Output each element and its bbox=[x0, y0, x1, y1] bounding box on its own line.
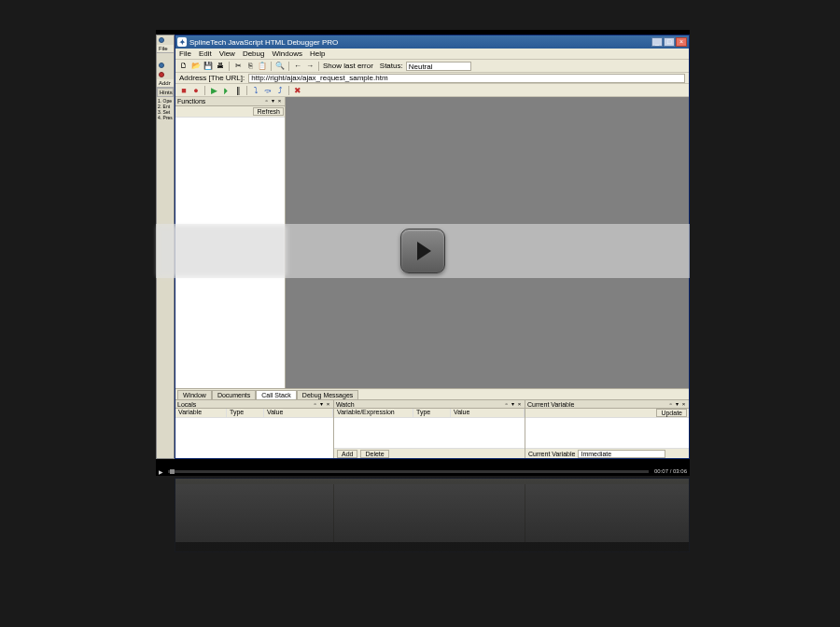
separator bbox=[229, 62, 230, 71]
current-variable-label: Current Variable bbox=[528, 451, 575, 457]
col-expression[interactable]: Variable/Expression bbox=[334, 409, 413, 417]
col-type[interactable]: Type bbox=[413, 409, 451, 417]
separator bbox=[288, 62, 289, 71]
dropdown-icon[interactable]: ▾ bbox=[270, 98, 276, 104]
menu-view[interactable]: View bbox=[219, 49, 235, 58]
print-icon[interactable]: 🖶 bbox=[216, 62, 225, 71]
col-value[interactable]: Value bbox=[451, 409, 525, 417]
functions-title: Functions bbox=[177, 98, 205, 104]
step-into-icon[interactable]: ⤵ bbox=[251, 86, 260, 95]
maximize-button[interactable]: □ bbox=[664, 37, 675, 47]
paste-icon[interactable]: 📋 bbox=[258, 62, 267, 71]
dot-icon bbox=[159, 63, 164, 68]
copy-icon[interactable]: ⎘ bbox=[245, 62, 255, 71]
delete-button[interactable]: Delete bbox=[360, 450, 388, 458]
show-last-error-link[interactable]: Show last error bbox=[323, 62, 373, 70]
watch-columns: Variable/Expression Type Value bbox=[334, 409, 525, 418]
close-button[interactable]: × bbox=[676, 37, 687, 47]
bg-addr: Addr bbox=[157, 79, 174, 88]
separator bbox=[318, 62, 319, 71]
address-input[interactable] bbox=[248, 74, 685, 83]
window-title: SplineTech JavaScript HTML Debugger PRO bbox=[189, 38, 651, 47]
scrubber-thumb[interactable] bbox=[170, 469, 175, 474]
locals-title: Locals bbox=[177, 401, 196, 408]
menu-debug[interactable]: Debug bbox=[243, 49, 265, 58]
close-pane-icon[interactable]: × bbox=[680, 401, 687, 408]
video-overlay-band bbox=[156, 224, 690, 278]
tab-window[interactable]: Window bbox=[177, 390, 212, 399]
bottom-tabs: Window Documents Call Stack Debug Messag… bbox=[175, 389, 689, 400]
current-body[interactable] bbox=[525, 418, 689, 448]
address-bar: Address [The URL]: bbox=[175, 73, 689, 84]
app-icon: ✦ bbox=[177, 37, 187, 47]
refresh-button[interactable]: Refresh bbox=[253, 107, 284, 116]
current-variable-pane: Current Variable ▫ ▾ × Update Current Va… bbox=[525, 400, 689, 458]
bg-hint-list: 1. Ope 2. Ent 3. Set 4. Pres bbox=[157, 97, 174, 121]
close-pane-icon[interactable]: × bbox=[325, 401, 331, 408]
open-icon[interactable]: 📂 bbox=[191, 62, 201, 71]
pin-icon[interactable]: ▫ bbox=[263, 98, 270, 104]
pause-icon[interactable]: ‖ bbox=[233, 86, 243, 95]
bg-hints: Hints bbox=[157, 88, 174, 97]
tab-documents[interactable]: Documents bbox=[212, 390, 256, 399]
bg-tab: File bbox=[157, 45, 174, 53]
video-play-icon[interactable]: ▶ bbox=[156, 468, 165, 475]
dropdown-icon[interactable]: ▾ bbox=[318, 401, 325, 408]
play-icon bbox=[417, 242, 431, 260]
add-button[interactable]: Add bbox=[337, 450, 357, 458]
continue-icon[interactable]: ⏵ bbox=[221, 86, 231, 95]
forward-icon[interactable]: → bbox=[305, 62, 315, 71]
run-icon[interactable]: ▶ bbox=[209, 86, 218, 95]
tab-debugmsg[interactable]: Debug Messages bbox=[297, 390, 358, 399]
cut-icon[interactable]: ✂ bbox=[233, 62, 243, 71]
toolbar-debug: ■ ● ▶ ⏵ ‖ ⤵ ⤼ ⤴ ✖ bbox=[175, 84, 689, 97]
current-update-row: Update bbox=[525, 409, 689, 418]
dropdown-icon[interactable]: ▾ bbox=[674, 401, 680, 408]
new-icon[interactable]: 🗋 bbox=[179, 62, 189, 71]
watch-body[interactable] bbox=[334, 418, 525, 448]
clear-icon[interactable]: ✖ bbox=[293, 86, 302, 95]
titlebar: ✦ SplineTech JavaScript HTML Debugger PR… bbox=[175, 35, 689, 49]
record-icon[interactable]: ● bbox=[191, 86, 201, 95]
dropdown-icon[interactable]: ▾ bbox=[510, 401, 516, 408]
functions-header: Functions ▫ ▾ × bbox=[175, 97, 285, 106]
current-title: Current Variable bbox=[527, 401, 574, 408]
menu-file[interactable]: File bbox=[179, 49, 191, 58]
step-over-icon[interactable]: ⤼ bbox=[263, 86, 273, 95]
watch-pane: Watch ▫ ▾ × Variable/Expression Type Val… bbox=[334, 400, 525, 458]
separator bbox=[204, 86, 205, 95]
separator bbox=[246, 86, 247, 95]
dot-icon bbox=[159, 37, 164, 43]
play-button[interactable] bbox=[400, 229, 445, 273]
locals-body[interactable] bbox=[175, 418, 333, 458]
back-icon[interactable]: ← bbox=[293, 62, 302, 71]
menu-windows[interactable]: Windows bbox=[272, 49, 301, 58]
col-value[interactable]: Value bbox=[264, 409, 333, 417]
col-variable[interactable]: Variable bbox=[175, 409, 227, 417]
pin-icon[interactable]: ▫ bbox=[503, 401, 510, 408]
save-icon[interactable]: 💾 bbox=[203, 62, 213, 71]
col-type[interactable]: Type bbox=[227, 409, 264, 417]
pin-icon[interactable]: ▫ bbox=[312, 401, 318, 408]
reflection bbox=[156, 478, 690, 627]
update-button[interactable]: Update bbox=[656, 409, 687, 417]
close-pane-icon[interactable]: × bbox=[276, 98, 283, 104]
menu-edit[interactable]: Edit bbox=[199, 49, 212, 58]
address-label: Address [The URL]: bbox=[179, 74, 245, 82]
reflection-fade bbox=[156, 478, 690, 627]
video-time: 00:07 / 03:06 bbox=[651, 468, 690, 474]
menubar: File Edit View Debug Windows Help bbox=[175, 49, 689, 60]
separator bbox=[288, 86, 289, 95]
tab-callstack[interactable]: Call Stack bbox=[256, 390, 297, 399]
menu-help[interactable]: Help bbox=[310, 49, 325, 58]
toolbar-main: 🗋 📂 💾 🖶 ✂ ⎘ 📋 🔍 ← → Show last error Stat… bbox=[175, 60, 689, 73]
video-controls: ▶ 00:07 / 03:06 bbox=[156, 467, 690, 476]
stop-icon[interactable]: ■ bbox=[179, 86, 189, 95]
video-scrubber[interactable] bbox=[168, 470, 649, 473]
current-variable-input[interactable] bbox=[578, 450, 665, 458]
find-icon[interactable]: 🔍 bbox=[275, 62, 285, 71]
minimize-button[interactable]: _ bbox=[651, 37, 663, 47]
pin-icon[interactable]: ▫ bbox=[667, 401, 674, 408]
step-out-icon[interactable]: ⤴ bbox=[275, 86, 285, 95]
close-pane-icon[interactable]: × bbox=[516, 401, 523, 408]
